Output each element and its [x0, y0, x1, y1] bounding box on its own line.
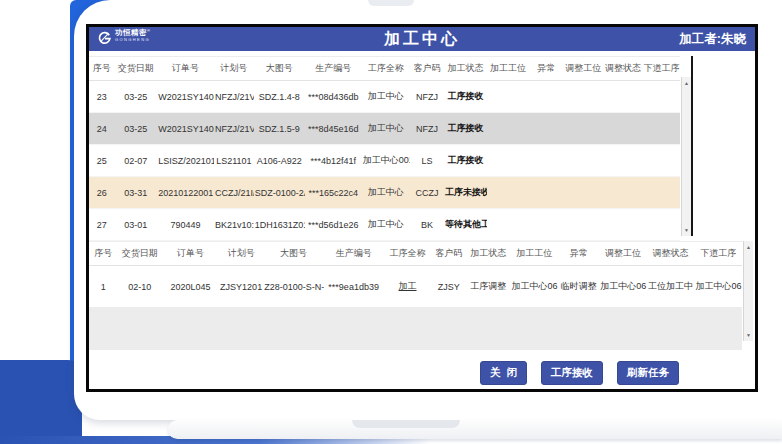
receive-process-button[interactable]: 工序接收	[541, 361, 603, 385]
table-row[interactable]: 2502-07LSISZ/202101LS21101A106-A922***4b…	[89, 145, 680, 177]
cell	[603, 81, 643, 113]
cell: ***8d45e16d	[305, 113, 362, 145]
background-corner-shape	[0, 360, 82, 444]
cell	[466, 308, 510, 350]
cell	[558, 308, 599, 350]
column-header[interactable]: 序号	[89, 57, 115, 81]
column-header[interactable]: 订单号	[157, 57, 214, 81]
column-header[interactable]: 异常	[558, 242, 599, 266]
column-header[interactable]: 交货日期	[118, 242, 162, 266]
scroll-up-icon[interactable]: ▲	[682, 79, 691, 87]
cell: ZJSY1201	[219, 266, 263, 308]
cell: ***9ea1db39	[324, 266, 384, 308]
table-row[interactable]	[89, 308, 742, 350]
cell: 工序接收	[444, 113, 487, 145]
cell: 等待其他工序	[444, 209, 487, 241]
cell	[384, 308, 432, 350]
column-header[interactable]: 大图号	[263, 242, 323, 266]
cell: LS	[410, 145, 444, 177]
column-header[interactable]: 下道工序	[694, 242, 742, 266]
cell	[529, 209, 563, 241]
column-header[interactable]: 加工状态	[466, 242, 510, 266]
scroll-down-icon[interactable]: ▼	[744, 331, 753, 339]
brand-subtitle: GONGHENG	[115, 38, 150, 42]
scroll-up-icon[interactable]: ▲	[744, 243, 753, 251]
column-header[interactable]: 生产编号	[305, 57, 362, 81]
cell: ***08d436db	[305, 81, 362, 113]
table-row[interactable]: 2303-25W2021SY140NFZJ/21VSDZ.1.4-8***08d…	[89, 81, 680, 113]
column-header[interactable]: 调整状态	[647, 242, 695, 266]
column-header[interactable]: 调整工位	[599, 242, 647, 266]
brand-logo: 功恒精密® GONGHENG	[98, 29, 150, 49]
column-header[interactable]: 序号	[89, 242, 118, 266]
column-header[interactable]: 加工状态	[444, 57, 487, 81]
cell: ***4b12f41f	[305, 145, 362, 177]
cell: 加工中心	[362, 81, 410, 113]
column-header[interactable]: 客户码	[410, 57, 444, 81]
cell	[643, 113, 680, 145]
cell: W2021SY140	[157, 81, 214, 113]
column-header[interactable]: 调整状态	[603, 57, 643, 81]
cell: 加工中心	[362, 209, 410, 241]
cell: ***165c22c4	[305, 177, 362, 209]
cell	[529, 81, 563, 113]
cell: 1	[89, 266, 118, 308]
cell	[487, 145, 530, 177]
laptop-base	[168, 420, 782, 439]
column-header[interactable]: 生产编号	[324, 242, 384, 266]
column-header[interactable]: 异常	[529, 57, 563, 81]
current-table-scrollbar[interactable]: ▲ ▼	[743, 241, 753, 341]
cell: 02-07	[115, 145, 158, 177]
scroll-down-icon[interactable]: ▼	[682, 226, 691, 234]
column-header[interactable]: 交货日期	[115, 57, 158, 81]
cell	[563, 145, 603, 177]
cell: SDZ-0100-2ANJ-	[254, 177, 305, 209]
operator-label: 加工者:朱晓	[679, 31, 746, 48]
page-title: 加工中心	[384, 29, 460, 50]
cell	[263, 308, 323, 350]
cell: 工位加工中	[647, 266, 695, 308]
cell	[511, 308, 559, 350]
table-row[interactable]: 2603-3120210122001CCZJ/21I/SDZ-0100-2ANJ…	[89, 177, 680, 209]
cell: 加工中心06	[511, 266, 559, 308]
pending-table-scrollbar[interactable]: ▲ ▼	[681, 77, 691, 236]
column-header[interactable]: 调整工位	[563, 57, 603, 81]
cell: 加工	[384, 266, 432, 308]
column-header[interactable]: 客户码	[431, 242, 466, 266]
cell	[529, 177, 563, 209]
cell: 03-31	[115, 177, 158, 209]
cell: 加工中心06	[599, 266, 647, 308]
column-header[interactable]: 加工工位	[487, 57, 530, 81]
button-bar: 关 闭工序接收刷新任务	[480, 361, 679, 385]
column-header[interactable]: 工序全称	[362, 57, 410, 81]
cell	[431, 308, 466, 350]
cell: 工序接收	[444, 145, 487, 177]
table-row[interactable]: 2403-25W2021SY140NFZJ/21VSDZ.1.5-9***8d4…	[89, 113, 680, 145]
column-header[interactable]: 加工工位	[511, 242, 559, 266]
cell	[219, 308, 263, 350]
pending-tasks-table: 序号交货日期订单号计划号大图号生产编号工序全称客户码加工状态加工工位异常调整工位…	[89, 56, 693, 236]
close-button[interactable]: 关 闭	[480, 361, 527, 385]
cell	[603, 209, 643, 241]
column-header[interactable]: 计划号	[219, 242, 263, 266]
cell	[487, 177, 530, 209]
column-header[interactable]: 大图号	[254, 57, 305, 81]
table-row[interactable]: 102-102020L045ZJSY1201Z28-0100-S-N-22***…	[89, 266, 742, 308]
column-header[interactable]: 工序全称	[384, 242, 432, 266]
cell	[487, 81, 530, 113]
cell	[89, 308, 118, 350]
column-header[interactable]: 下道工序	[643, 57, 680, 81]
column-header[interactable]: 订单号	[162, 242, 219, 266]
cell: 03-01	[115, 209, 158, 241]
refresh-tasks-button[interactable]: 刷新任务	[617, 361, 679, 385]
cell: SDZ.1.4-8	[254, 81, 305, 113]
cell	[643, 145, 680, 177]
column-header[interactable]: 计划号	[214, 57, 254, 81]
current-task-table: 序号交货日期订单号计划号大图号生产编号工序全称客户码加工状态加工工位异常调整工位…	[89, 241, 753, 341]
cell: BK21v10:	[214, 209, 254, 241]
cell	[324, 308, 384, 350]
table-row[interactable]: 2703-01790449BK21v10:1DH1631Z011***d56d1…	[89, 209, 680, 241]
logo-mark-icon	[98, 29, 112, 49]
cell: 加工中心	[362, 177, 410, 209]
cell: 790449	[157, 209, 214, 241]
